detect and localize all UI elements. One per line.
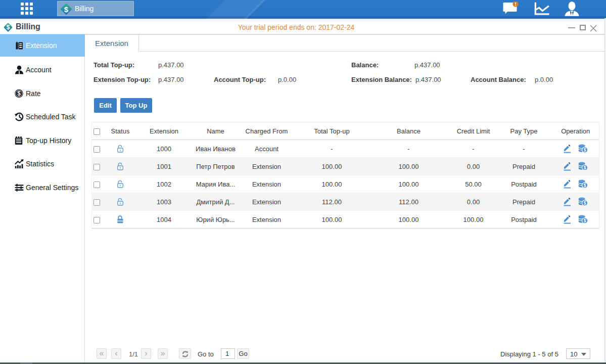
svg-text:$: $ — [17, 90, 21, 97]
svg-text:$: $ — [64, 5, 69, 14]
